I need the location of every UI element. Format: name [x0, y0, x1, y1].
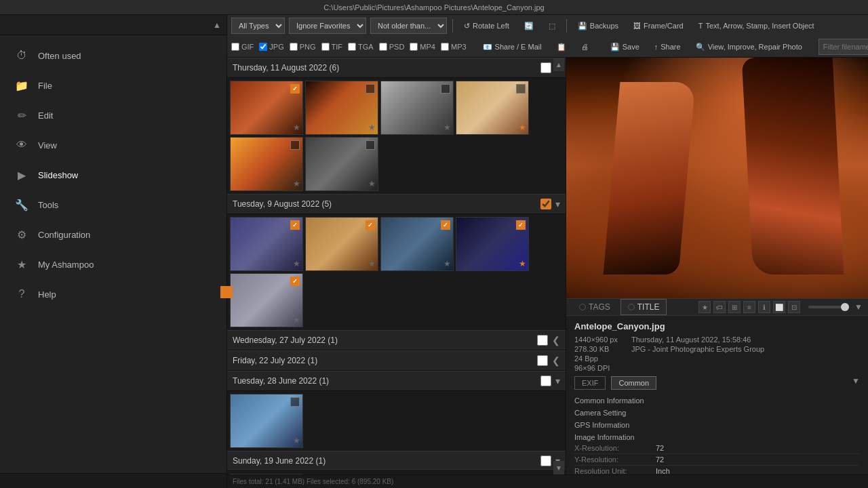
date-checkbox-aug9[interactable] — [540, 199, 551, 209]
sidebar-item-often-used[interactable]: ⏱ Often used — [0, 41, 226, 70]
gif-checkbox-label[interactable]: GIF — [231, 43, 254, 51]
backups-btn[interactable]: 💾 Backups — [572, 20, 624, 33]
box-tab-icon[interactable]: ⬜ — [773, 301, 785, 313]
sidebar-item-help[interactable]: ? Help — [0, 279, 226, 309]
mp4-checkbox-label[interactable]: MP4 — [410, 43, 435, 51]
psd-checkbox[interactable] — [379, 43, 387, 51]
sidebar-toggle[interactable]: ▲ — [210, 19, 224, 31]
thumbnail-t3[interactable]: ★ — [380, 81, 454, 135]
sidebar-item-my-ashampoo[interactable]: ★ My Ashampoo — [0, 249, 226, 279]
thumbnail-t5[interactable]: ★ — [230, 137, 303, 191]
fav-filter-select[interactable]: Ignore Favorites — [289, 18, 366, 34]
star-t1[interactable]: ★ — [293, 123, 300, 132]
share-email-btn[interactable]: 📧 Share / E Mail — [477, 41, 547, 54]
mp3-checkbox-label[interactable]: MP3 — [441, 43, 467, 51]
tab-tags[interactable]: TAGS — [572, 299, 618, 315]
list-tab-icon[interactable]: ≡ — [743, 301, 755, 313]
gallery-scroll-up[interactable]: ▲ — [553, 58, 564, 71]
date-header-jun19[interactable]: Sunday, 19 June 2022 (1)▾ — [227, 451, 566, 471]
date-collapse-jun28[interactable]: ▾ — [555, 375, 560, 386]
thumbnail-t11[interactable]: ✓★ — [230, 273, 303, 327]
gallery-pane[interactable]: ▲Thursday, 11 August 2022 (6)▾✓★★★★★★Tue… — [227, 58, 566, 474]
date-header-jul22[interactable]: Friday, 22 July 2022 (1)❮ — [227, 350, 566, 371]
date-header-aug11[interactable]: Thursday, 11 August 2022 (6)▾ — [227, 58, 566, 78]
date-checkbox-jul22[interactable] — [537, 355, 548, 366]
tag-tab-icon[interactable]: 🏷 — [713, 301, 726, 313]
sidebar-item-slideshow[interactable]: ▶ Slideshow — [0, 160, 226, 190]
info-tab-icon2[interactable]: ℹ — [758, 301, 770, 313]
info-expand-arrow[interactable]: ▼ — [854, 302, 863, 312]
rotate-left-btn[interactable]: ↺ Rotate Left — [458, 20, 515, 33]
tif-checkbox-label[interactable]: TIF — [321, 43, 343, 51]
exif-expand[interactable]: ▼ — [852, 376, 860, 390]
save-btn[interactable]: 💾 Save — [605, 41, 645, 54]
rotate-icon-btn[interactable]: 🔄 — [519, 20, 539, 33]
png-checkbox[interactable] — [290, 43, 298, 51]
thumbnail-t2[interactable]: ★ — [305, 81, 378, 135]
sidebar-item-configuration[interactable]: ⚙ Configuration — [0, 220, 226, 249]
sidebar-item-file[interactable]: 📁 File — [0, 70, 226, 100]
tab-title[interactable]: TITLE — [620, 299, 667, 315]
star-t10[interactable]: ★ — [519, 259, 526, 268]
date-collapse-aug9[interactable]: ▾ — [555, 199, 560, 209]
share-copy-btn[interactable]: 📋 — [551, 41, 572, 54]
type-filter-select[interactable]: All Types — [231, 18, 285, 34]
jpg-checkbox[interactable] — [259, 43, 267, 51]
thumbnail-t10[interactable]: ✓★ — [456, 217, 529, 271]
date-filter-select[interactable]: Not older than... — [370, 18, 447, 34]
tga-checkbox-label[interactable]: TGA — [348, 43, 374, 51]
grid-tab-icon[interactable]: ⊞ — [728, 301, 741, 313]
mp4-checkbox[interactable] — [410, 43, 418, 51]
expand-tab-icon[interactable]: ⊡ — [788, 301, 800, 313]
date-collapse-jul27[interactable]: ❮ — [552, 335, 560, 346]
thumbnail-t7[interactable]: ✓★ — [230, 217, 303, 271]
date-checkbox-jun19[interactable] — [540, 455, 551, 466]
thumbnail-t12[interactable]: ★ — [230, 394, 303, 448]
gallery-scroll-down[interactable]: ▼ — [553, 461, 564, 474]
thumbnail-t4[interactable]: ★ — [456, 81, 529, 135]
star-t5[interactable]: ★ — [293, 179, 300, 188]
view-improve-btn[interactable]: 🔍 View, Improve, Repair Photo — [690, 41, 808, 54]
date-header-jul27[interactable]: Wednesday, 27 July 2022 (1)❮ — [227, 330, 566, 350]
date-checkbox-jun28[interactable] — [540, 375, 551, 386]
sidebar-item-view[interactable]: 👁 View — [0, 130, 226, 160]
date-checkbox-aug11[interactable] — [540, 62, 551, 73]
date-collapse-jul22[interactable]: ❮ — [552, 355, 560, 366]
star-t12[interactable]: ★ — [293, 436, 300, 445]
star-t2[interactable]: ★ — [368, 123, 376, 132]
thumbnail-t8[interactable]: ✓★ — [305, 217, 378, 271]
png-checkbox-label[interactable]: PNG — [290, 43, 316, 51]
star-tab-icon[interactable]: ★ — [698, 301, 711, 313]
thumbnail-t6[interactable]: ★ — [305, 137, 378, 191]
text-arrow-btn[interactable]: T Text, Arrow, Stamp, Insert Object — [693, 20, 820, 32]
star-t3[interactable]: ★ — [443, 123, 451, 132]
share-btn[interactable]: ↑ Share — [649, 41, 686, 53]
gif-checkbox[interactable] — [231, 43, 239, 51]
thumbnail-t1[interactable]: ✓★ — [230, 81, 303, 135]
frame-card-btn[interactable]: 🖼 Frame/Card — [628, 20, 689, 32]
info-slider[interactable] — [808, 306, 849, 308]
thumbnail-t13[interactable]: ★ — [230, 474, 303, 474]
star-t8[interactable]: ★ — [368, 259, 376, 268]
filter-filename-input[interactable] — [818, 39, 868, 55]
jpg-checkbox-label[interactable]: JPG — [259, 43, 283, 51]
sidebar-item-tools[interactable]: 🔧 Tools — [0, 190, 226, 220]
sidebar-item-edit[interactable]: ✏ Edit — [0, 100, 226, 130]
date-header-jun28[interactable]: Tuesday, 28 June 2022 (1)▾ — [227, 371, 566, 391]
thumbnail-t9[interactable]: ✓★ — [380, 217, 454, 271]
exif-tab-btn[interactable]: EXIF — [574, 376, 606, 390]
mp3-checkbox[interactable] — [441, 43, 449, 51]
psd-checkbox-label[interactable]: PSD — [379, 43, 405, 51]
common-tab-btn[interactable]: Common — [611, 376, 656, 390]
date-header-aug9[interactable]: Tuesday, 9 August 2022 (5)▾ — [227, 194, 566, 214]
star-t11[interactable]: ★ — [293, 315, 300, 325]
star-t6[interactable]: ★ — [368, 179, 376, 188]
star-t9[interactable]: ★ — [443, 259, 451, 268]
tif-checkbox[interactable] — [321, 43, 330, 51]
preview-image-area[interactable] — [566, 58, 868, 298]
date-checkbox-jul27[interactable] — [537, 335, 548, 346]
share-print-btn[interactable]: 🖨 — [576, 41, 594, 53]
fliph-icon-btn[interactable]: ⬚ — [543, 20, 561, 33]
tga-checkbox[interactable] — [348, 43, 356, 51]
star-t4[interactable]: ★ — [519, 123, 526, 132]
